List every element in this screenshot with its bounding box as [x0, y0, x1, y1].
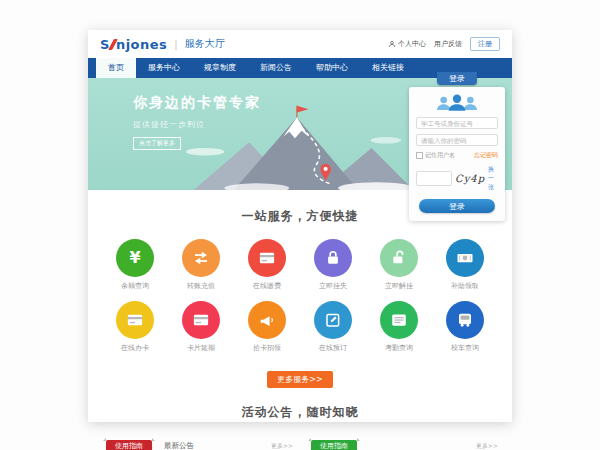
nav-item-0[interactable]: 首页	[96, 58, 136, 78]
service-item-5[interactable]: 补助领取	[432, 239, 498, 291]
page: S njones | 服务大厅 个人中心 用户反馈 注册 首页服务中心规章制度新…	[88, 30, 512, 422]
panel-ribbon-tab[interactable]: 使用指南	[106, 440, 152, 450]
register-button[interactable]: 注册	[470, 37, 500, 51]
logo[interactable]: S njones | 服务大厅	[100, 37, 225, 52]
login-form: 记住用户名 忘记密码 Cy4p 换一张 登录	[409, 87, 505, 221]
forgot-password-link[interactable]: 忘记密码	[474, 151, 498, 160]
service-item-label: 余额查询	[102, 281, 168, 291]
service-item-0[interactable]: ¥余额查询	[102, 239, 168, 291]
service-item-10[interactable]: 考勤查询	[366, 301, 432, 353]
service-item-6[interactable]: 在线办卡	[102, 301, 168, 353]
user-feedback-link[interactable]: 用户反馈	[434, 39, 462, 49]
remember-row: 记住用户名 忘记密码	[416, 151, 498, 160]
service-item-9[interactable]: 在线预订	[300, 301, 366, 353]
users-group-icon	[432, 93, 482, 112]
hero-cta-button[interactable]: 点击了解更多	[133, 137, 181, 150]
service-item-label: 考勤查询	[366, 343, 432, 353]
service-item-label: 在线缴费	[234, 281, 300, 291]
services-grid: ¥余额查询转账充值在线缴费立即挂失立即解挂补助领取在线办卡卡片延期拾卡招领在线预…	[88, 239, 512, 353]
service-item-label: 补助领取	[432, 281, 498, 291]
service-item-label: 转账充值	[168, 281, 234, 291]
service-item-3[interactable]: 立即挂失	[300, 239, 366, 291]
service-item-11[interactable]: 校车查询	[432, 301, 498, 353]
service-item-label: 立即挂失	[300, 281, 366, 291]
logo-separator: |	[174, 39, 177, 50]
announcement-panels: 使用指南最新公告更多>>使用指南更多>>	[88, 435, 512, 450]
captcha-row: Cy4p 换一张	[416, 165, 498, 192]
bus-icon	[446, 301, 484, 339]
captcha-refresh-link[interactable]: 换一张	[488, 165, 498, 192]
announcements-section: 活动公告，随时知晓 使用指南最新公告更多>>使用指南更多>>	[88, 388, 512, 450]
service-item-label: 在线预订	[300, 343, 366, 353]
service-item-label: 立即解挂	[366, 281, 432, 291]
user-feedback-label: 用户反馈	[434, 39, 462, 49]
service-item-8[interactable]: 拾卡招领	[234, 301, 300, 353]
hero-banner: 你身边的卡管专家 提供捷径一步到位 点击了解更多 登录	[88, 78, 512, 190]
captcha-image[interactable]: Cy4p	[455, 173, 485, 184]
captcha-input[interactable]	[416, 171, 452, 186]
service-item-label: 拾卡招领	[234, 343, 300, 353]
hero-headline: 你身边的卡管专家	[133, 94, 261, 112]
announcements-title: 活动公告，随时知晓	[88, 404, 512, 421]
megaphone-icon	[248, 301, 286, 339]
hero-copy: 你身边的卡管专家 提供捷径一步到位 点击了解更多	[133, 94, 261, 150]
service-item-2[interactable]: 在线缴费	[234, 239, 300, 291]
login-tab[interactable]: 登录	[437, 72, 477, 85]
edit-icon	[314, 301, 352, 339]
nav-item-5[interactable]: 相关链接	[360, 58, 416, 78]
more-services-button[interactable]: 更多服务>>	[267, 371, 332, 388]
nav-item-1[interactable]: 服务中心	[136, 58, 192, 78]
logo-text-rest: njones	[116, 37, 167, 52]
bank-card-icon	[248, 239, 286, 277]
bank-card-icon	[182, 301, 220, 339]
service-item-label: 卡片延期	[168, 343, 234, 353]
panel-more-link[interactable]: 更多>>	[476, 438, 498, 450]
more-services-wrap: 更多服务>>	[88, 367, 512, 388]
panel-more-link[interactable]: 更多>>	[271, 438, 293, 450]
transfer-arrows-icon	[182, 239, 220, 277]
login-panel: 登录 记住用户名 忘记密码 Cy4p 换一张	[409, 72, 505, 221]
panel-ribbon-tab[interactable]: 使用指南	[311, 440, 357, 450]
lock-icon	[314, 239, 352, 277]
yen-icon: ¥	[116, 239, 154, 277]
nav-item-2[interactable]: 规章制度	[192, 58, 248, 78]
panel-header: 使用指南更多>>	[307, 435, 498, 450]
personal-center-label: 个人中心	[398, 39, 426, 49]
service-item-4[interactable]: 立即解挂	[366, 239, 432, 291]
hero-subheadline: 提供捷径一步到位	[133, 119, 261, 130]
announcement-panel-0: 使用指南最新公告更多>>	[102, 435, 293, 450]
account-input[interactable]	[416, 117, 498, 129]
service-item-label: 在线办卡	[102, 343, 168, 353]
personal-center-link[interactable]: 个人中心	[388, 39, 426, 49]
service-item-1[interactable]: 转账充值	[168, 239, 234, 291]
password-input[interactable]	[416, 134, 498, 146]
panel-header: 使用指南最新公告更多>>	[102, 435, 293, 450]
header: S njones | 服务大厅 个人中心 用户反馈 注册	[88, 30, 512, 58]
remember-label: 记住用户名	[425, 151, 455, 160]
attendance-icon	[380, 301, 418, 339]
person-icon	[388, 40, 396, 48]
service-item-label: 校车查询	[432, 343, 498, 353]
login-submit-button[interactable]: 登录	[419, 199, 494, 213]
panel-secondary-tab[interactable]: 最新公告	[164, 438, 194, 450]
unlock-icon	[380, 239, 418, 277]
banknote-icon	[446, 239, 484, 277]
nav-item-4[interactable]: 帮助中心	[304, 58, 360, 78]
announcement-panel-1: 使用指南更多>>	[307, 435, 498, 450]
site-title: 服务大厅	[185, 37, 225, 51]
service-item-7[interactable]: 卡片延期	[168, 301, 234, 353]
header-actions: 个人中心 用户反馈 注册	[388, 37, 500, 51]
remember-checkbox[interactable]	[416, 152, 423, 159]
bank-card-icon	[116, 301, 154, 339]
nav-item-3[interactable]: 新闻公告	[248, 58, 304, 78]
